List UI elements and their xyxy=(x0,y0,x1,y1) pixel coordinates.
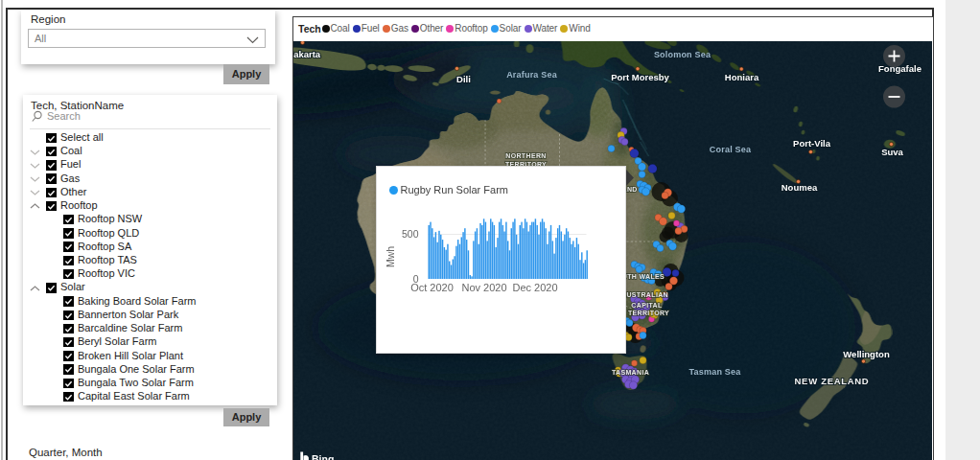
svg-text:Suva: Suva xyxy=(881,146,903,156)
svg-text:NEW ZEALAND: NEW ZEALAND xyxy=(795,376,870,386)
svg-text:TASMANIA: TASMANIA xyxy=(612,368,649,375)
svg-text:Port-Vila: Port-Vila xyxy=(793,137,831,148)
svg-text:Tasman Sea: Tasman Sea xyxy=(689,367,742,377)
svg-text:AUSTRALIAN: AUSTRALIAN xyxy=(621,290,668,297)
svg-text:Port Moresby: Port Moresby xyxy=(611,71,669,81)
svg-text:Mwh: Mwh xyxy=(385,246,396,267)
svg-text:NORTHERN: NORTHERN xyxy=(505,152,546,159)
svg-text:Jakarta: Jakarta xyxy=(293,48,321,58)
svg-text:Nov 2020: Nov 2020 xyxy=(461,282,506,293)
svg-text:Solomon Sea: Solomon Sea xyxy=(654,50,712,59)
svg-text:Coral Sea: Coral Sea xyxy=(710,145,752,154)
svg-text:Honiara: Honiara xyxy=(725,71,759,81)
svg-text:Oct 2020: Oct 2020 xyxy=(410,282,454,293)
svg-text:CAPITAL: CAPITAL xyxy=(631,301,663,308)
svg-text:TERRITORY: TERRITORY xyxy=(628,309,669,315)
svg-text:Wellington: Wellington xyxy=(843,348,890,358)
svg-text:Dec 2020: Dec 2020 xyxy=(512,282,557,293)
svg-text:Arafura Sea: Arafura Sea xyxy=(506,70,558,80)
svg-text:500: 500 xyxy=(401,228,418,240)
svg-text:Dili: Dili xyxy=(456,73,471,83)
svg-text:Noumea: Noumea xyxy=(782,181,818,192)
svg-text:Bing: Bing xyxy=(312,453,334,460)
